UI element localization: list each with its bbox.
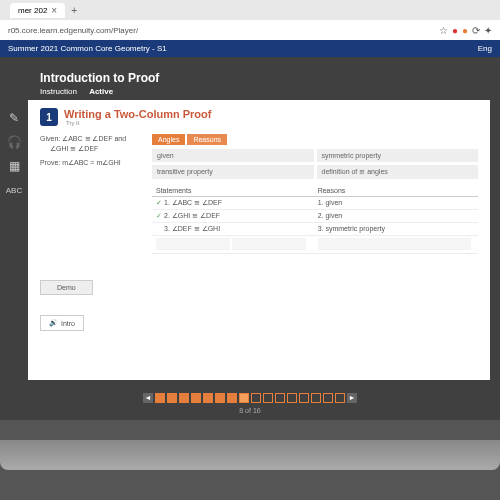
course-bar: Summer 2021 Common Core Geometry - S1 En… [0, 40, 500, 57]
bank-transitive[interactable]: transitive property [152, 165, 314, 179]
calculator-icon[interactable]: ▦ [6, 158, 22, 174]
lesson-icon: 1 [40, 108, 58, 126]
nav-prev-icon[interactable]: ◄ [143, 393, 153, 403]
demo-button[interactable]: Demo [40, 280, 93, 295]
bottom-nav: ◄ ► 8 of 16 [0, 380, 500, 420]
nav-box[interactable] [299, 393, 309, 403]
empty-stmt-cell[interactable] [152, 236, 314, 254]
nav-box[interactable] [155, 393, 165, 403]
browser-tab[interactable]: mer 202 × [10, 3, 65, 18]
sub-active: Active [89, 87, 113, 96]
stmt-3: 3. ∠DEF ≅ ∠GHI [152, 223, 314, 236]
circle-orange-icon[interactable]: ● [462, 25, 468, 36]
nav-box[interactable] [239, 393, 249, 403]
page-header: Introduction to Proof Instruction Active [0, 67, 500, 100]
page-subtitle: Instruction Active [40, 87, 460, 96]
tab-title: mer 202 [18, 6, 47, 15]
nav-box[interactable] [263, 393, 273, 403]
empty-reason-cell[interactable] [314, 236, 478, 254]
nav-next-icon[interactable]: ► [347, 393, 357, 403]
lesson-body: Given: ∠ABC ≅ ∠DEF and ∠GHI ≅ ∠DEF Prove… [40, 134, 478, 260]
url-icons: ☆ ● ● ⟳ ✦ [439, 25, 492, 36]
new-tab-icon[interactable]: + [71, 5, 77, 16]
reason-2: 2. given [314, 210, 478, 223]
table-row: ✓1. ∠ABC ≅ ∠DEF 1. given [152, 197, 478, 210]
prove-line: Prove: m∠ABC = m∠GHI [40, 158, 140, 168]
nav-box[interactable] [167, 393, 177, 403]
th-statements: Statements [152, 185, 314, 197]
th-reasons: Reasons [314, 185, 478, 197]
main-area: ✎ 🎧 ▦ ABC 1 Writing a Two-Column Proof T… [0, 100, 500, 380]
reason-bank: given symmetric property transitive prop… [152, 149, 478, 179]
tag-angles[interactable]: Angles [152, 134, 185, 145]
circle-red-icon[interactable]: ● [452, 25, 458, 36]
headphones-icon[interactable]: 🎧 [6, 134, 22, 150]
nav-box[interactable] [311, 393, 321, 403]
sub-instruction: Instruction [40, 87, 77, 96]
table-row-empty [152, 236, 478, 254]
pencil-icon[interactable]: ✎ [6, 110, 22, 126]
course-lang: Eng [478, 44, 492, 53]
lesson-panel: 1 Writing a Two-Column Proof Try It Give… [28, 100, 490, 380]
laptop-edge [0, 440, 500, 470]
stmt-2: 2. ∠GHI ≅ ∠DEF [164, 212, 220, 219]
content-wrap: Introduction to Proof Instruction Active… [0, 57, 500, 420]
left-toolbar: ✎ 🎧 ▦ ABC [0, 100, 28, 380]
close-icon[interactable]: × [51, 5, 57, 16]
nav-box[interactable] [335, 393, 345, 403]
lesson-title-row: 1 Writing a Two-Column Proof Try It [40, 108, 478, 126]
given-line1: Given: ∠ABC ≅ ∠DEF and [40, 134, 140, 144]
url-text: r05.core.learn.edgenuity.com/Player/ [8, 26, 138, 35]
nav-box[interactable] [287, 393, 297, 403]
lesson-icon-text: 1 [46, 112, 52, 123]
nav-box[interactable] [191, 393, 201, 403]
bank-definition[interactable]: definition of ≅ angles [317, 165, 479, 179]
reason-1: 1. given [314, 197, 478, 210]
chevron-icon[interactable]: ⟳ [472, 25, 480, 36]
tag-reasons[interactable]: Reasons [187, 134, 227, 145]
tab-bar: mer 202 × + [0, 0, 500, 20]
nav-boxes: ◄ ► [143, 393, 357, 403]
table-row: 3. ∠DEF ≅ ∠GHI 3. symmetric property [152, 223, 478, 236]
speaker-icon: 🔊 [49, 319, 58, 327]
proof-col: Angles Reasons given symmetric property … [152, 134, 478, 260]
star-icon[interactable]: ☆ [439, 25, 448, 36]
nav-box[interactable] [275, 393, 285, 403]
table-row: ✓2. ∠GHI ≅ ∠DEF 2. given [152, 210, 478, 223]
stmt-1: 1. ∠ABC ≅ ∠DEF [164, 199, 222, 206]
page-title: Introduction to Proof [40, 71, 460, 85]
check-icon: ✓ [156, 212, 162, 219]
browser-chrome: mer 202 × + r05.core.learn.edgenuity.com… [0, 0, 500, 40]
course-title: Summer 2021 Common Core Geometry - S1 [8, 44, 167, 53]
tag-row: Angles Reasons [152, 134, 478, 145]
url-bar[interactable]: r05.core.learn.edgenuity.com/Player/ ☆ ●… [0, 20, 500, 40]
bank-symmetric[interactable]: symmetric property [317, 149, 479, 162]
nav-box[interactable] [323, 393, 333, 403]
proof-table: Statements Reasons ✓1. ∠ABC ≅ ∠DEF 1. gi… [152, 185, 478, 254]
page-count: 8 of 16 [0, 407, 500, 414]
lesson-title: Writing a Two-Column Proof [64, 108, 211, 120]
lesson-subtitle: Try It [66, 120, 211, 126]
bank-given[interactable]: given [152, 149, 314, 162]
reason-3: 3. symmetric property [314, 223, 478, 236]
dictionary-icon[interactable]: ABC [6, 182, 22, 198]
nav-box[interactable] [179, 393, 189, 403]
puzzle-icon[interactable]: ✦ [484, 25, 492, 36]
given-line2: ∠GHI ≅ ∠DEF [50, 144, 140, 154]
intro-button[interactable]: 🔊 Intro [40, 315, 84, 331]
given-prove-col: Given: ∠ABC ≅ ∠DEF and ∠GHI ≅ ∠DEF Prove… [40, 134, 140, 260]
nav-box[interactable] [251, 393, 261, 403]
nav-box[interactable] [203, 393, 213, 403]
nav-box[interactable] [227, 393, 237, 403]
check-icon: ✓ [156, 199, 162, 206]
nav-box[interactable] [215, 393, 225, 403]
intro-label: Intro [61, 320, 75, 327]
